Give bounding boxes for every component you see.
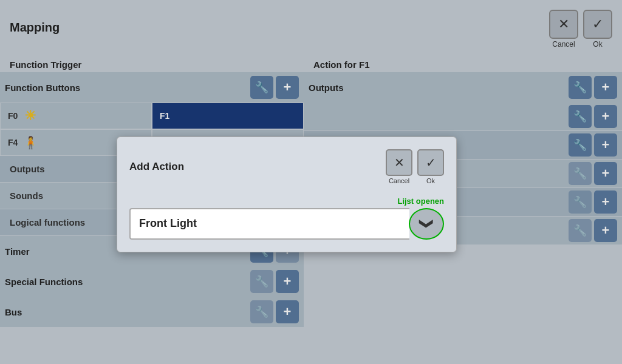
modal-ok-button[interactable]: ✓ Ok: [417, 149, 444, 184]
dropdown-hint: Lijst openen: [129, 197, 444, 206]
modal-cancel-label: Cancel: [389, 177, 409, 184]
add-action-modal: Add Action ✕ Cancel ✓ Ok Lijst openen Fr…: [117, 136, 457, 252]
dropdown-field: Front Light: [129, 208, 409, 240]
modal-buttons: ✕ Cancel ✓ Ok: [386, 149, 444, 184]
modal-cancel-button[interactable]: ✕ Cancel: [386, 149, 412, 184]
dropdown-row: Front Light ❯: [129, 208, 444, 240]
dropdown-open-button[interactable]: ❯: [409, 208, 444, 240]
modal-ok-icon: ✓: [417, 149, 444, 176]
chevron-down-icon: ❯: [419, 218, 434, 229]
modal-header: Add Action ✕ Cancel ✓ Ok: [129, 149, 444, 184]
modal-cancel-icon: ✕: [386, 149, 412, 176]
modal-backdrop: Add Action ✕ Cancel ✓ Ok Lijst openen Fr…: [0, 0, 622, 364]
modal-title: Add Action: [129, 161, 386, 173]
selected-value: Front Light: [139, 217, 197, 230]
modal-ok-label: Ok: [426, 177, 435, 184]
